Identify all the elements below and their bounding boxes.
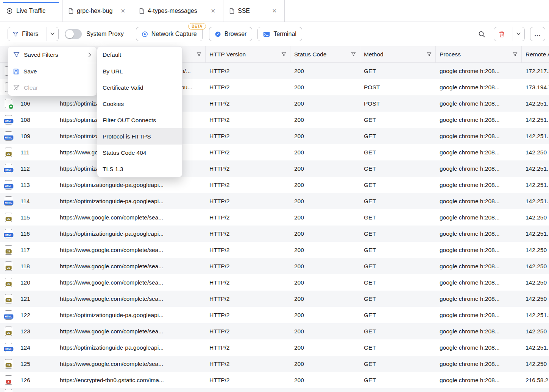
eye-icon — [6, 8, 13, 14]
table-row[interactable]: JS123https://www.google.com/complete/sea… — [0, 323, 549, 339]
cell-http-version: HTTP/2 — [206, 377, 290, 384]
cell-remote-address: 172.217.2 — [522, 68, 549, 75]
tab-4-types-messages[interactable]: 4-types-messages ✕ — [133, 0, 223, 22]
table-row[interactable]: HTML108https://optimizationguide-pa.goog… — [0, 112, 549, 128]
table-row[interactable]: HTML124https://optimizationguide-pa.goog… — [0, 339, 549, 356]
filters-button[interactable]: Filters — [8, 27, 59, 41]
filters-dropdown-arrow[interactable] — [47, 27, 58, 41]
table-row[interactable]: JS125https://www.google.com/complete/sea… — [0, 356, 549, 372]
cell-status-code: 200 — [290, 279, 360, 286]
filters-button-main[interactable]: Filters — [8, 27, 43, 41]
column-header-http-version[interactable]: HTTP Version — [206, 46, 290, 62]
tab-sse[interactable]: SSE ✕ — [223, 0, 285, 22]
tab-close-icon[interactable]: ✕ — [270, 7, 278, 14]
beta-badge: BETA — [188, 23, 206, 30]
column-header-remote-address[interactable]: Remote Address — [522, 46, 549, 62]
more-button[interactable]: … — [530, 27, 545, 41]
submenu-item-certificate-valid[interactable]: Certificate Valid — [97, 79, 182, 96]
submenu-item-status-code-404[interactable]: Status Code 404 — [97, 145, 182, 161]
file-type-js-icon: JS — [5, 245, 12, 255]
trash-button[interactable] — [494, 27, 509, 41]
search-button[interactable] — [475, 27, 488, 41]
column-filter-icon[interactable] — [427, 52, 432, 57]
table-row[interactable]: HTML114https://optimizationguide-pa.goog… — [0, 193, 549, 209]
table-row[interactable]: JS118https://www.google.com/complete/sea… — [0, 258, 549, 274]
tab-bar: Live Traffic grpc-hex-bug ✕ 4-types-mess… — [0, 0, 549, 22]
cell-method: GET — [360, 312, 436, 319]
tab-live-traffic[interactable]: Live Traffic — [0, 0, 62, 22]
cell-method: GET — [360, 344, 436, 351]
cell-file-icon: HTML — [0, 196, 17, 206]
system-proxy-toggle[interactable] — [65, 29, 82, 39]
table-row[interactable]: HTML116https://optimizationguide-pa.goog… — [0, 226, 549, 242]
table-row[interactable]: HTML122https://optimizationguide-pa.goog… — [0, 307, 549, 323]
submenu-item-protocol-is-https[interactable]: Protocol is HTTPS — [97, 128, 182, 145]
file-type-js-icon: JS — [5, 261, 12, 271]
table-row[interactable]: JS121https://www.google.com/complete/sea… — [0, 291, 549, 307]
browser-button[interactable]: Browser — [209, 27, 253, 41]
menu-item-save[interactable]: Save — [8, 63, 97, 79]
menu-item-clear[interactable]: Clear — [8, 79, 97, 96]
cell-url: https://optimizationguide-pa.googleapi..… — [56, 198, 206, 205]
submenu-item-label: Protocol is HTTPS — [103, 133, 151, 140]
cell-status-code: 200 — [290, 214, 360, 221]
cell-status-code: 200 — [290, 344, 360, 351]
column-header-status-code[interactable]: Status Code — [290, 46, 360, 62]
table-row[interactable]: JS111https://www.google.com/complete/sea… — [0, 144, 549, 160]
cell-method: GET — [360, 263, 436, 270]
clear-session-button[interactable] — [494, 27, 525, 41]
file-badge: HTML — [4, 135, 13, 140]
clear-session-dropdown-arrow[interactable] — [513, 27, 524, 41]
cell-process: google chrome h:208... — [436, 312, 522, 319]
tab-close-icon[interactable]: ✕ — [209, 7, 217, 14]
table-row[interactable]: JS115https://www.google.com/complete/sea… — [0, 209, 549, 226]
cell-id: 106 — [17, 100, 56, 107]
terminal-button[interactable]: Terminal — [257, 27, 302, 41]
cell-url: https://www.google.com/complete/sea... — [56, 361, 206, 367]
menu-item-label: Clear — [24, 84, 38, 91]
column-filter-icon[interactable] — [513, 52, 518, 57]
table-row[interactable]: ▲126https://encrypted-tbn0.gstatic.com/i… — [0, 372, 549, 388]
cell-file-icon: HTML — [0, 229, 17, 238]
table-row[interactable]: JS120https://www.google.com/complete/sea… — [0, 274, 549, 291]
table-row[interactable]: 106https://optimizationguide-pa.googleap… — [0, 95, 549, 112]
submenu-item-filter-out-connects[interactable]: Filter OUT Connects — [97, 112, 182, 128]
file-type-js-icon: JS — [5, 294, 12, 303]
table-row[interactable]: HTML109https://optimizationguide-pa.goog… — [0, 128, 549, 144]
submenu-item-by-url[interactable]: By URL — [97, 63, 182, 79]
table-row[interactable]: HTML113https://optimizationguide-pa.goog… — [0, 177, 549, 193]
table-row[interactable]: HTML112https://optimizationguide-pa.goog… — [0, 160, 549, 177]
network-capture-button[interactable]: Network Capture BETA — [136, 27, 203, 41]
toolbar: Filters System Proxy Network Capture BET… — [0, 22, 549, 46]
cell-file-icon: JS — [0, 278, 17, 287]
cell-id: 112 — [17, 165, 56, 172]
cell-file-icon: HTML — [0, 164, 17, 173]
cell-id: 111 — [17, 149, 56, 156]
table-row[interactable] — [0, 388, 549, 392]
table-row[interactable]: JS117https://www.google.com/complete/sea… — [0, 242, 549, 258]
tab-grpc-hex-bug[interactable]: grpc-hex-bug ✕ — [62, 0, 133, 22]
menu-item-saved-filters[interactable]: Saved Filters — [8, 47, 97, 63]
submenu-item-default[interactable]: Default — [97, 47, 182, 63]
cell-status-code: 200 — [290, 263, 360, 270]
chevron-right-icon — [88, 53, 91, 57]
toggle-knob — [66, 30, 74, 38]
browser-compass-icon — [215, 31, 221, 37]
cell-http-version: HTTP/2 — [206, 84, 290, 91]
cell-http-version: HTTP/2 — [206, 279, 290, 286]
column-header-process[interactable]: Process — [436, 46, 522, 62]
file-badge: HTML — [4, 201, 13, 205]
column-filter-icon[interactable] — [281, 52, 286, 57]
cell-http-version: HTTP/2 — [206, 344, 290, 351]
cell-remote-address: 142.251. — [522, 198, 549, 205]
cell-url: https://www.google.com/complete/sea... — [56, 263, 206, 270]
submenu-item-cookies[interactable]: Cookies — [97, 96, 182, 112]
cell-file-icon: HTML — [0, 131, 17, 141]
column-filter-icon[interactable] — [197, 52, 201, 57]
cell-remote-address: 142.250 — [522, 361, 549, 367]
submenu-item-tls-1-3[interactable]: TLS 1.3 — [97, 161, 182, 177]
column-filter-icon[interactable] — [351, 52, 356, 57]
tab-label: grpc-hex-bug — [77, 8, 112, 14]
tab-close-icon[interactable]: ✕ — [119, 7, 127, 14]
column-header-method[interactable]: Method — [360, 46, 436, 62]
